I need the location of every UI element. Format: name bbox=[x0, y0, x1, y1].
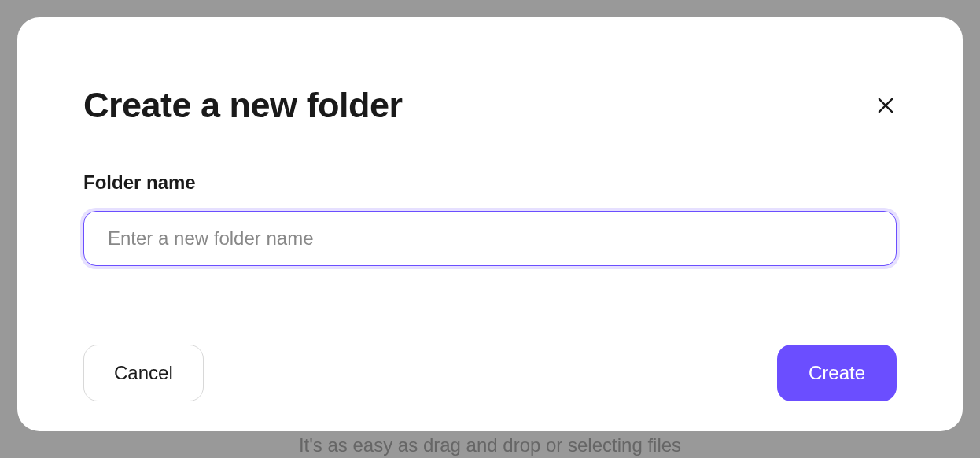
form-section: Folder name bbox=[83, 172, 897, 266]
close-button[interactable] bbox=[871, 91, 900, 120]
modal-header: Create a new folder bbox=[83, 88, 897, 126]
folder-name-input[interactable] bbox=[83, 211, 897, 266]
create-folder-modal: Create a new folder Folder name Cancel C… bbox=[17, 17, 963, 431]
cancel-button[interactable]: Cancel bbox=[83, 345, 204, 401]
folder-name-label: Folder name bbox=[83, 172, 897, 194]
create-button[interactable]: Create bbox=[777, 345, 897, 401]
close-icon bbox=[875, 94, 897, 116]
button-row: Cancel Create bbox=[83, 345, 897, 401]
background-hint-text: It's as easy as drag and drop or selecti… bbox=[299, 434, 681, 456]
modal-title: Create a new folder bbox=[83, 85, 403, 126]
